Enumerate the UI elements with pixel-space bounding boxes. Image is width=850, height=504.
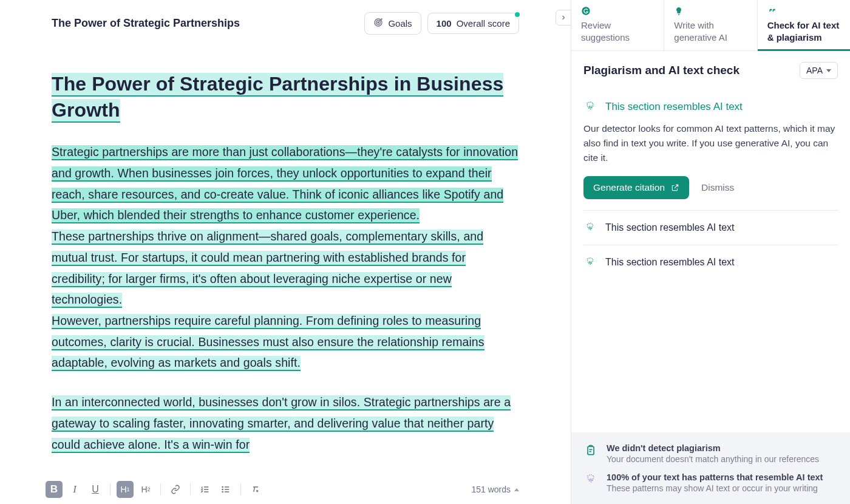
generate-citation-button[interactable]: Generate citation bbox=[583, 176, 689, 199]
chevron-up-icon bbox=[514, 488, 519, 491]
svg-rect-10 bbox=[588, 446, 594, 454]
document-title[interactable]: The Power of Strategic Partnerships bbox=[52, 17, 240, 30]
svg-text:AI: AI bbox=[589, 478, 593, 482]
tab-label: Write with generative AI bbox=[674, 19, 747, 43]
svg-point-6 bbox=[582, 7, 590, 15]
svg-text:AI: AI bbox=[588, 105, 592, 109]
link-button[interactable] bbox=[167, 481, 184, 498]
document-heading[interactable]: The Power of Strategic Partnerships in B… bbox=[52, 73, 503, 121]
collapse-panel-button[interactable] bbox=[556, 10, 571, 26]
svg-text:AI: AI bbox=[588, 261, 592, 264]
svg-point-3 bbox=[222, 486, 223, 487]
issue-item: AI This section resembles AI text bbox=[583, 211, 838, 245]
lightbulb-icon bbox=[674, 6, 747, 17]
issue-label: This section resembles AI text bbox=[605, 257, 735, 268]
unordered-list-button[interactable] bbox=[217, 481, 234, 498]
paragraph[interactable]: These partnerships thrive on alignment—s… bbox=[52, 226, 519, 310]
issue-item: AI This section resembles AI text bbox=[583, 245, 838, 279]
score-value: 100 bbox=[437, 18, 452, 29]
ai-badge-icon: AI bbox=[583, 222, 597, 234]
italic-button[interactable]: I bbox=[66, 481, 83, 498]
chevron-down-icon bbox=[826, 69, 831, 72]
toolbar-separator bbox=[160, 483, 161, 495]
tab-label: Review suggestions bbox=[581, 19, 654, 43]
overall-score-button[interactable]: 100 Overall score bbox=[427, 13, 519, 34]
format-toolbar: B I U H1 H2 151 words bbox=[0, 475, 571, 504]
tab-label: Check for AI text & plagiarism bbox=[767, 19, 840, 43]
editor-area: The Power of Strategic Partnerships Goal… bbox=[0, 0, 571, 504]
bold-button[interactable]: B bbox=[46, 481, 63, 498]
dismiss-button[interactable]: Dismiss bbox=[701, 182, 734, 193]
document-header: The Power of Strategic Partnerships Goal… bbox=[52, 12, 519, 35]
summary-desc: Your document doesn't match anything in … bbox=[607, 454, 819, 464]
tab-review-suggestions[interactable]: Review suggestions bbox=[571, 0, 664, 50]
quote-icon bbox=[767, 6, 840, 17]
summary-desc: These patterns may show AI text or occur… bbox=[607, 483, 823, 493]
citation-style-select[interactable]: APA bbox=[800, 62, 838, 79]
ordered-list-button[interactable] bbox=[197, 481, 214, 498]
header-controls: Goals 100 Overall score bbox=[364, 12, 519, 35]
panel-header: Plagiarism and AI text check APA bbox=[571, 51, 850, 90]
paragraph[interactable]: Strategic partnerships are more than jus… bbox=[52, 141, 519, 226]
summary-ai-text: AI 100% of your text has patterns that r… bbox=[585, 472, 838, 493]
right-sidebar: Review suggestions Write with generative… bbox=[571, 0, 850, 504]
ai-badge-icon: AI bbox=[583, 256, 597, 268]
underline-button[interactable]: U bbox=[87, 481, 104, 498]
issue-body: Our detector looks for common AI text pa… bbox=[583, 113, 838, 199]
tab-plagiarism-check[interactable]: Check for AI text & plagiarism bbox=[758, 0, 850, 50]
paragraph[interactable]: However, partnerships require careful pl… bbox=[52, 310, 519, 373]
toolbar-separator bbox=[110, 483, 110, 495]
issue-header[interactable]: AI This section resembles AI text bbox=[583, 101, 838, 113]
paragraph[interactable]: In an interconnected world, businesses d… bbox=[52, 392, 519, 455]
score-label: Overall score bbox=[457, 18, 510, 29]
grammarly-icon bbox=[581, 6, 654, 17]
panel-title: Plagiarism and AI text check bbox=[583, 64, 739, 77]
clipboard-icon bbox=[585, 443, 598, 464]
summary-plagiarism: We didn't detect plagiarism Your documen… bbox=[585, 443, 838, 464]
svg-text:AI: AI bbox=[588, 226, 592, 230]
heading1-button[interactable]: H1 bbox=[117, 481, 134, 498]
issue-list: AI This section resembles AI text Our de… bbox=[571, 90, 850, 432]
goals-label: Goals bbox=[388, 18, 412, 29]
score-indicator-dot bbox=[514, 11, 521, 18]
ai-badge-icon: AI bbox=[585, 472, 598, 493]
summary-footer: We didn't detect plagiarism Your documen… bbox=[571, 432, 850, 504]
sidebar-tabs: Review suggestions Write with generative… bbox=[571, 0, 850, 51]
document-body[interactable]: The Power of Strategic Partnerships in B… bbox=[52, 71, 519, 455]
svg-point-2 bbox=[378, 22, 379, 23]
issue-label: This section resembles AI text bbox=[605, 222, 735, 233]
heading2-button[interactable]: H2 bbox=[137, 481, 154, 498]
issue-header[interactable]: AI This section resembles AI text bbox=[583, 222, 838, 234]
summary-title: 100% of your text has patterns that rese… bbox=[607, 472, 823, 482]
ai-badge-icon: AI bbox=[583, 101, 597, 113]
tab-generative-ai[interactable]: Write with generative AI bbox=[664, 0, 757, 50]
external-link-icon bbox=[671, 183, 679, 192]
clear-format-button[interactable] bbox=[247, 481, 264, 498]
target-icon bbox=[373, 18, 383, 29]
word-count[interactable]: 151 words bbox=[471, 485, 519, 494]
summary-title: We didn't detect plagiarism bbox=[607, 443, 819, 453]
svg-point-4 bbox=[222, 489, 223, 489]
issue-description: Our detector looks for common AI text pa… bbox=[583, 121, 838, 165]
issue-header[interactable]: AI This section resembles AI text bbox=[583, 256, 838, 268]
goals-button[interactable]: Goals bbox=[364, 12, 421, 35]
toolbar-separator bbox=[240, 483, 241, 495]
issue-label: This section resembles AI text bbox=[605, 101, 743, 113]
svg-point-5 bbox=[222, 491, 223, 492]
issue-actions: Generate citation Dismiss bbox=[583, 176, 838, 199]
issue-item: AI This section resembles AI text Our de… bbox=[583, 90, 838, 211]
toolbar-separator bbox=[190, 483, 191, 495]
